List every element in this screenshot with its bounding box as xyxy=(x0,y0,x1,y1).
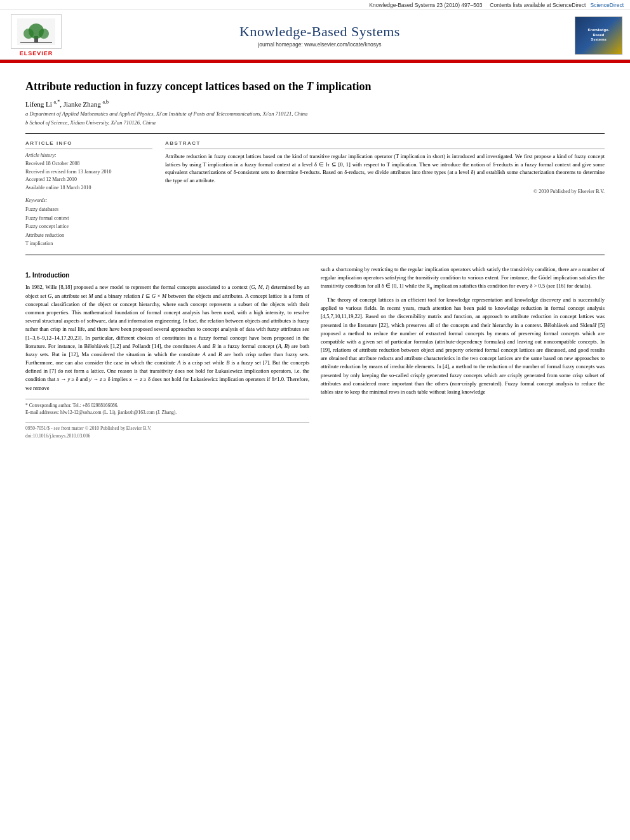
article-title: Attribute reduction in fuzzy concept lat… xyxy=(25,79,605,94)
footnotes: * Corresponding author. Tel.: +86 029881… xyxy=(25,399,309,417)
rule-divider-2 xyxy=(25,255,605,255)
body-para-right-2: The theory of concept lattices is an eff… xyxy=(321,296,605,396)
journal-main-title: Knowledge-Based Systems xyxy=(65,23,575,40)
article-info-title: ARTICLE INFO xyxy=(25,140,152,146)
keyword-2: Fuzzy formal context xyxy=(25,215,69,221)
keyword-4: Attribute reduction xyxy=(25,232,64,238)
abstract-panel: ABSTRACT Attribute reduction in fuzzy co… xyxy=(165,140,605,248)
elsevier-tree-icon xyxy=(17,18,55,45)
body-columns: 1. Introduction In 1982, Wille [8,18] pr… xyxy=(25,265,605,439)
footnote-email: E-mail addresses: hlw12-12@sohu.com (L. … xyxy=(25,409,309,416)
body-para-1: In 1982, Wille [8,18] proposed a new mod… xyxy=(25,283,309,392)
kbs-logo-box: Knowledge-BasedSystems xyxy=(575,17,622,55)
top-bar-citation: Knowledge-Based Systems 23 (2010) 497–50… xyxy=(369,2,482,8)
section1-heading: 1. Introduction xyxy=(25,270,309,281)
contents-label: Contents lists available at ScienceDirec… xyxy=(490,2,586,8)
kbs-logo-text: Knowledge-BasedSystems xyxy=(588,28,610,43)
body-para-right-1: such a shortcoming by restricting to the… xyxy=(321,265,605,292)
info-dates: Received 18 October 2008 Received in rev… xyxy=(25,160,152,192)
footnote-corresponding: * Corresponding author. Tel.: +86 029881… xyxy=(25,402,309,409)
journal-title-center: Knowledge-Based Systems journal homepage… xyxy=(65,23,575,48)
journal-banner: ELSEVIER Knowledge-Based Systems journal… xyxy=(0,10,630,60)
body-col-right: such a shortcoming by restricting to the… xyxy=(321,265,605,439)
keyword-1: Fuzzy databases xyxy=(25,206,58,212)
online-date: Available online 18 March 2010 xyxy=(25,185,91,190)
article-info-panel: ARTICLE INFO Article history: Received 1… xyxy=(25,140,152,248)
elsevier-text: ELSEVIER xyxy=(20,50,53,57)
svg-point-3 xyxy=(23,29,34,39)
affiliation-a: a Department of Applied Mathematics and … xyxy=(25,110,605,118)
keyword-5: T implication xyxy=(25,241,53,246)
journal-homepage: journal homepage: www.elsevier.com/locat… xyxy=(65,41,575,48)
history-label: Article history: xyxy=(25,152,152,158)
received-date: Received 18 October 2008 xyxy=(25,161,80,166)
journal-header: Knowledge-Based Systems 23 (2010) 497–50… xyxy=(0,0,630,61)
title-italic-T: T xyxy=(306,80,313,93)
abstract-text: Attribute reduction in fuzzy concept lat… xyxy=(165,152,605,185)
info-abstract-row: ARTICLE INFO Article history: Received 1… xyxy=(25,140,605,248)
elsevier-logo-box: ELSEVIER xyxy=(8,14,65,57)
abstract-title: ABSTRACT xyxy=(165,140,605,146)
info-rule-1 xyxy=(25,149,152,149)
body-col-left: 1. Introduction In 1982, Wille [8,18] pr… xyxy=(25,265,309,439)
footer-issn: 0950-7051/$ - see front matter © 2010 Pu… xyxy=(25,425,309,432)
accepted-date: Accepted 12 March 2010 xyxy=(25,177,77,182)
affiliation-b: b School of Science, Xidian University, … xyxy=(25,119,605,127)
keywords-label: Keywords: xyxy=(25,197,152,203)
footer-info: 0950-7051/$ - see front matter © 2010 Pu… xyxy=(25,422,309,439)
authors: Lifeng Li a,*, Jianke Zhang a,b xyxy=(25,99,605,108)
footer-doi: doi:10.1016/j.knosys.2010.03.006 xyxy=(25,432,309,440)
keyword-3: Fuzzy concept lattice xyxy=(25,223,69,229)
elsevier-logo-img xyxy=(11,14,62,49)
article-content: Attribute reduction in fuzzy concept lat… xyxy=(0,63,630,450)
keywords-list: Fuzzy databases Fuzzy formal context Fuz… xyxy=(25,205,152,248)
abstract-copyright: © 2010 Published by Elsevier B.V. xyxy=(165,189,605,194)
abstract-rule xyxy=(165,149,605,149)
top-bar: Knowledge-Based Systems 23 (2010) 497–50… xyxy=(0,0,630,10)
revised-date: Received in revised form 13 January 2010 xyxy=(25,169,112,175)
sciencedirect-link[interactable]: ScienceDirect xyxy=(591,2,624,8)
rule-divider-1 xyxy=(25,133,605,134)
svg-point-4 xyxy=(39,29,49,39)
